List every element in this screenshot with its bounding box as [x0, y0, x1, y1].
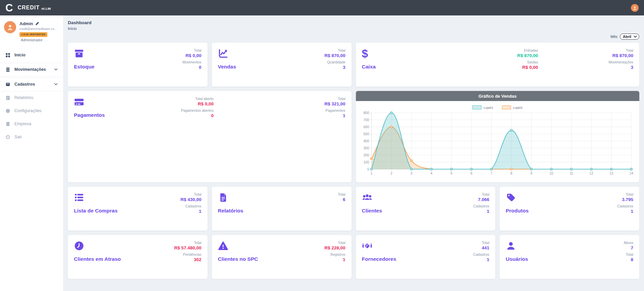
svg-text:400: 400	[363, 139, 369, 143]
database-icon	[5, 67, 10, 72]
legend-loja01[interactable]: Loja01	[472, 105, 493, 109]
svg-text:11: 11	[569, 172, 573, 175]
card-pagamentos[interactable]: Pagamentos Total aberto R$ 0,00 Pagament…	[68, 91, 352, 182]
card-title[interactable]: Caixa	[362, 64, 376, 70]
card-grafico-vendas: Gráfico de Vendas Loja01 Loja02 01002003…	[356, 91, 640, 182]
month-select[interactable]: Abril	[623, 35, 638, 39]
sidebar-item-relatorios[interactable]: Relatórios	[0, 91, 63, 104]
users-group-icon	[362, 192, 372, 203]
svg-text:200: 200	[363, 153, 369, 157]
chart-title: Gráfico de Vendas	[356, 91, 640, 101]
svg-text:1: 1	[370, 172, 372, 175]
card-relatorios[interactable]: Relatórios Total 6	[212, 187, 352, 231]
card-title[interactable]: Produtos	[506, 208, 528, 214]
handshake-icon	[362, 241, 372, 251]
svg-text:700: 700	[363, 118, 369, 122]
month-label: Mês	[610, 35, 617, 39]
chart-legend: Loja01 Loja02	[356, 105, 640, 109]
card-title[interactable]: Relatórios	[218, 208, 243, 214]
card-fornecedores[interactable]: Fornecedores Total 441 Cadastros 1	[356, 235, 496, 279]
person-icon	[6, 23, 14, 31]
card-title[interactable]: Estoque	[74, 64, 94, 70]
svg-text:5: 5	[450, 172, 452, 175]
card-usuarios[interactable]: Usuários Ativos 7 Total 8	[500, 235, 639, 279]
app-version: v0.1.88	[41, 7, 51, 10]
dollar-icon: $	[362, 48, 376, 59]
svg-text:7: 7	[490, 172, 492, 175]
breadcrumb[interactable]: Início	[68, 27, 639, 31]
sidebar-item-movimentacoes[interactable]: Movimentações	[0, 63, 63, 77]
card-vendas[interactable]: Vendas Total R$ 870,00 Quantidade 3	[212, 43, 352, 87]
sidebar-item-configuracoes[interactable]: Configurações	[0, 104, 63, 117]
gear-icon	[5, 108, 10, 113]
sidebar-item-cadastros[interactable]: Cadastros	[0, 78, 63, 91]
card-clientes[interactable]: Clientes Total 7.066 Cadastros 1	[356, 187, 496, 231]
sidebar-item-sair[interactable]: Sair	[0, 131, 63, 144]
svg-text:3: 3	[410, 172, 412, 175]
svg-text:9: 9	[530, 172, 532, 175]
svg-text:14: 14	[629, 172, 633, 175]
sidebar-item-inicio[interactable]: Início	[0, 49, 63, 62]
card-produtos[interactable]: Produtos Total 3.795 Cadastros 1	[500, 187, 639, 231]
edit-pencil-icon[interactable]	[35, 22, 39, 26]
svg-text:2: 2	[390, 172, 392, 175]
chart-line-icon	[218, 48, 228, 59]
card-title[interactable]: Clientes	[362, 208, 382, 214]
card-title[interactable]: Clientes no SPC	[218, 256, 258, 262]
legend-swatch	[502, 105, 511, 109]
clock-icon	[74, 241, 84, 251]
card-lista-de-compras[interactable]: Lista de Compras Total R$ 430,00 Cadastr…	[68, 187, 208, 231]
card-clientes-no-spc[interactable]: Clientes no SPC Total R$ 228,00 Registro…	[212, 235, 352, 279]
month-select-wrap: Abril	[620, 34, 639, 40]
app-logo: C	[5, 3, 13, 13]
box-icon	[74, 48, 84, 59]
user-name: Admin	[19, 21, 57, 26]
legend-loja02[interactable]: Loja02	[502, 105, 523, 109]
power-icon	[5, 135, 10, 140]
top-header-bar: C CREDIT v0.1.88	[0, 0, 644, 15]
tag-icon	[506, 192, 516, 203]
store-badge: LOJA VERTENTES	[19, 32, 47, 37]
chevron-down-icon	[54, 83, 58, 86]
legend-swatch	[472, 105, 481, 109]
card-title[interactable]: Clientes em Atraso	[74, 256, 121, 262]
card-estoque[interactable]: Estoque Total R$ 0,00 Movimentos 0	[68, 43, 208, 87]
building-icon	[5, 122, 10, 127]
cards-grid: Estoque Total R$ 0,00 Movimentos 0 Venda…	[68, 43, 639, 279]
user-email: credit@anronsoftware.co...	[19, 27, 57, 31]
sidebar-menu: Início Movimentações Cadastros Relatório…	[0, 49, 63, 144]
sidebar-avatar[interactable]	[4, 21, 16, 33]
svg-text:12: 12	[589, 172, 593, 175]
month-filter-row: Mês Abril	[68, 34, 639, 40]
card-title[interactable]: Vendas	[218, 64, 236, 70]
card-title[interactable]: Pagamentos	[74, 112, 105, 118]
svg-text:10: 10	[549, 172, 553, 175]
card-title[interactable]: Fornecedores	[362, 256, 397, 262]
sidebar-user-block: Admin credit@anronsoftware.co... LOJA VE…	[0, 15, 63, 45]
list-icon	[74, 192, 84, 203]
svg-text:800: 800	[363, 111, 369, 115]
chevron-down-icon	[54, 68, 58, 71]
grid-icon	[5, 53, 10, 58]
sidebar: Admin credit@anronsoftware.co... LOJA VE…	[0, 15, 63, 291]
credit-card-icon	[74, 97, 84, 107]
page-title: Dashboard	[68, 20, 639, 25]
main-content: Dashboard Início Mês Abril Estoque Total…	[63, 0, 644, 291]
svg-text:100: 100	[363, 160, 369, 164]
svg-text:600: 600	[363, 125, 369, 129]
card-clientes-em-atraso[interactable]: Clientes em Atraso Total R$ 57.480,00 Pe…	[68, 235, 208, 279]
svg-text:13: 13	[609, 172, 613, 175]
person-icon	[632, 5, 637, 10]
card-title[interactable]: Usuários	[506, 256, 528, 262]
user-avatar-button[interactable]	[631, 4, 639, 12]
file-icon	[218, 192, 228, 203]
clipboard-icon	[5, 95, 10, 100]
svg-text:6: 6	[470, 172, 472, 175]
sidebar-item-empresa[interactable]: Empresa	[0, 117, 63, 131]
sidebar-user-info: Admin credit@anronsoftware.co... LOJA VE…	[19, 21, 57, 42]
card-caixa[interactable]: $ Caixa Entradas R$ 870,00 Saídas R$ 0,0…	[356, 43, 640, 87]
svg-text:8: 8	[510, 172, 512, 175]
card-title[interactable]: Lista de Compras	[74, 208, 118, 214]
warning-triangle-icon	[218, 241, 228, 251]
user-role: Administrador	[21, 38, 57, 42]
